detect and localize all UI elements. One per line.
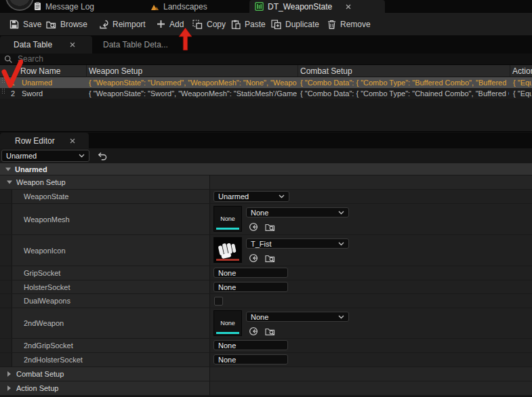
property-label: HolsterSocket	[24, 283, 70, 291]
column-row-name[interactable]: Row Name	[20, 66, 60, 76]
tab-message-log[interactable]: Message Log	[28, 0, 100, 13]
paste-icon	[231, 20, 241, 29]
button-label: Reimport	[112, 20, 146, 29]
column-weapon-setup[interactable]: Weapon Setup	[89, 66, 142, 76]
tab-dt-weaponstate[interactable]: DT_WeaponState	[249, 0, 385, 13]
use-selected-asset-icon[interactable]	[249, 327, 258, 336]
table-header[interactable]: Row Name Weapon Setup Combat Setup Actio…	[0, 65, 532, 77]
search-input[interactable]	[16, 54, 493, 64]
dropdown-value: T_Fist	[251, 240, 272, 248]
tab-landscapes[interactable]: Landscapes	[145, 0, 213, 13]
weaponicon-asset-dropdown[interactable]: T_Fist	[246, 238, 349, 249]
add-icon	[157, 20, 165, 28]
row-gutter	[0, 190, 12, 203]
tab-label: Landscapes	[163, 2, 207, 12]
dropdown-value: None	[251, 313, 268, 321]
browse-icon	[46, 20, 56, 29]
panel-tab-bar: Data Table Data Table Deta...	[0, 36, 532, 54]
tab-data-table-details[interactable]: Data Table Deta...	[95, 36, 176, 54]
copy-button[interactable]: Copy	[192, 13, 226, 35]
remove-trash-icon	[327, 20, 336, 29]
duplicate-button[interactable]: Duplicate	[271, 13, 319, 35]
cell-combat-setup: { "Combo Data": { "Combo Type": "Buffere…	[300, 77, 509, 88]
tab-row-editor[interactable]: Row Editor	[0, 133, 89, 148]
asset-actions	[249, 327, 275, 336]
reset-to-default-icon[interactable]	[98, 152, 107, 161]
weaponmesh-thumbnail[interactable]: None	[213, 206, 242, 232]
2ndweapon-asset-dropdown[interactable]: None	[246, 312, 349, 322]
collapsed-arrow-icon[interactable]	[7, 371, 11, 377]
use-selected-asset-icon[interactable]	[249, 253, 258, 263]
gripsocket-input[interactable]	[213, 268, 288, 278]
expand-arrow-icon[interactable]	[7, 181, 12, 184]
add-button[interactable]: Add	[157, 13, 184, 35]
dropdown-value: Unarmed	[218, 192, 249, 201]
2ndweapon-thumbnail[interactable]: None	[213, 310, 242, 336]
expand-arrow-icon[interactable]	[5, 167, 11, 171]
holstersocket-input[interactable]	[213, 282, 288, 292]
collapsed-arrow-icon[interactable]	[7, 385, 11, 391]
drag-handle-icon[interactable]	[1, 77, 5, 84]
weaponmesh-asset-dropdown[interactable]: None	[246, 207, 349, 217]
row-name: Unarmed	[22, 77, 85, 88]
tab-label: DT_WeaponState	[268, 2, 332, 12]
column-combat-setup[interactable]: Combat Setup	[300, 66, 352, 76]
row-select-dropdown[interactable]: Unarmed	[1, 150, 89, 162]
reimport-button[interactable]: Reimport	[99, 13, 146, 35]
tab-data-table[interactable]: Data Table	[0, 36, 92, 54]
2ndholstersocket-input[interactable]	[213, 354, 288, 364]
property-row-2ndholstersocket: 2ndHolsterSocket	[0, 353, 532, 367]
reimport-icon	[99, 20, 108, 29]
unreal-data-table-editor: Message Log Landscapes DT_WeaponState	[0, 0, 532, 397]
chevron-down-icon	[338, 315, 344, 319]
remove-button[interactable]: Remove	[327, 13, 371, 35]
browse-to-asset-icon[interactable]	[265, 253, 275, 263]
column-action[interactable]: Action	[512, 66, 532, 76]
paste-button[interactable]: Paste	[231, 13, 266, 35]
cell-action: { "Equip	[513, 77, 531, 88]
weaponicon-thumbnail[interactable]	[213, 237, 242, 263]
browse-to-asset-icon[interactable]	[265, 222, 275, 232]
button-label: Save	[23, 20, 41, 29]
message-log-icon	[34, 2, 41, 11]
chevron-down-icon	[338, 211, 344, 215]
2ndgripsocket-input[interactable]	[213, 340, 288, 350]
property-label: 2ndWeapon	[24, 319, 64, 327]
column-divider	[298, 65, 298, 77]
root-label: Unarmed	[15, 165, 47, 173]
dropdown-value: None	[251, 209, 268, 217]
property-label: WeaponState	[24, 192, 68, 201]
chevron-down-icon	[79, 154, 85, 158]
category-combat-setup[interactable]: Combat Setup	[0, 367, 532, 381]
dualweapons-checkbox[interactable]	[214, 297, 223, 306]
save-button[interactable]: Save	[9, 13, 41, 35]
row-selector-bar: Unarmed	[0, 148, 532, 163]
browse-button[interactable]: Browse	[46, 13, 87, 35]
table-row-sword[interactable]: 2 Sword { "WeaponState": "Sword", "Weapo…	[0, 88, 532, 99]
tab-label: Data Table Deta...	[103, 40, 168, 49]
thumbnail-label: None	[220, 215, 235, 222]
row-gutter	[0, 204, 12, 234]
close-tab-icon[interactable]	[346, 4, 351, 9]
use-selected-asset-icon[interactable]	[249, 222, 258, 232]
root-row-unarmed[interactable]: Unarmed	[0, 163, 532, 175]
weaponstate-dropdown[interactable]: Unarmed	[213, 191, 289, 202]
tab-label: Message Log	[45, 2, 94, 12]
button-label: Copy	[207, 20, 226, 29]
property-label: WeaponMesh	[24, 215, 70, 224]
tab-label: Row Editor	[15, 136, 55, 146]
category-weapon-setup[interactable]: Weapon Setup	[0, 175, 532, 190]
category-action-setup[interactable]: Action Setup	[0, 381, 532, 396]
row-gutter	[0, 235, 12, 266]
drag-handle-icon[interactable]	[1, 88, 5, 95]
asset-type-underline	[216, 259, 239, 261]
fist-texture-icon	[216, 240, 239, 260]
table-row-unarmed[interactable]: 1 Unarmed { "WeaponState": "Unarmed", "W…	[0, 77, 532, 88]
property-row-weaponicon: WeaponIcon T_Fist	[0, 235, 532, 266]
property-label: 2ndHolsterSocket	[24, 356, 83, 364]
close-tab-icon[interactable]	[70, 42, 75, 47]
row-number: 2	[11, 88, 15, 99]
close-tab-icon[interactable]	[70, 138, 75, 144]
browse-to-asset-icon[interactable]	[265, 327, 275, 336]
asset-type-underline	[216, 228, 239, 230]
